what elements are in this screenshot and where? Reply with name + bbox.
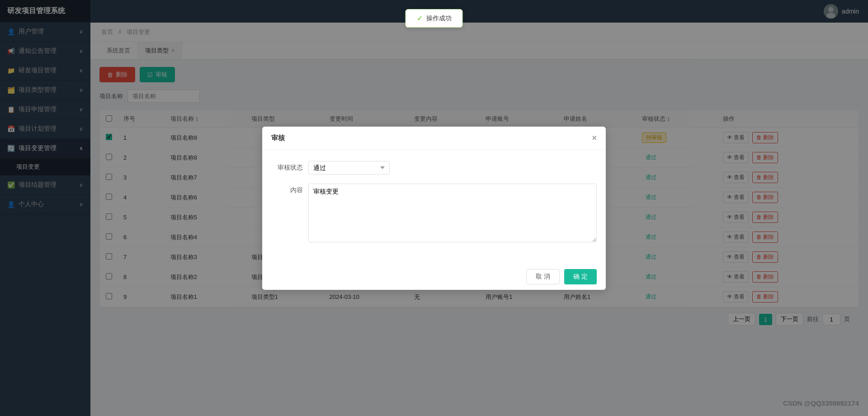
content-control: 审核变更	[308, 184, 597, 244]
toast: ✓ 操作成功	[406, 9, 463, 28]
status-label: 审核状态	[271, 161, 303, 172]
status-form-row: 审核状态 通过 不通过	[271, 161, 597, 175]
modal-footer: 取 消 确 定	[262, 264, 606, 290]
confirm-button[interactable]: 确 定	[564, 269, 597, 284]
status-control: 通过 不通过	[308, 161, 597, 175]
modal-close-button[interactable]: ×	[592, 134, 597, 142]
modal-body: 审核状态 通过 不通过 内容 审核变更	[262, 150, 606, 264]
content-textarea[interactable]: 审核变更	[308, 184, 597, 242]
review-modal: 审核 × 审核状态 通过 不通过 内容 审核变更 取 消	[262, 127, 606, 290]
content-form-row: 内容 审核变更	[271, 184, 597, 244]
success-icon: ✓	[417, 14, 423, 23]
toast-message: 操作成功	[426, 14, 452, 23]
modal-title: 审核	[271, 134, 285, 142]
cancel-button[interactable]: 取 消	[526, 269, 560, 284]
status-select[interactable]: 通过 不通过	[308, 161, 390, 175]
modal-header: 审核 ×	[262, 127, 606, 150]
content-label: 内容	[271, 184, 303, 194]
modal-overlay: 审核 × 审核状态 通过 不通过 内容 审核变更 取 消	[0, 0, 868, 416]
